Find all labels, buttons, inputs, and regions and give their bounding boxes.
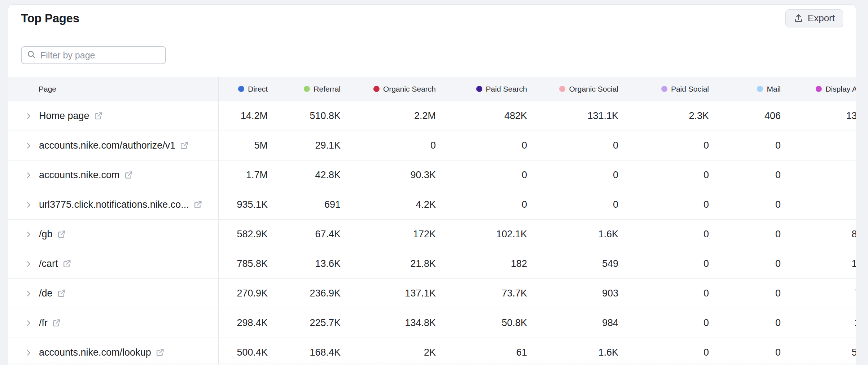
page-cell: accounts.nike.com/lookup — [8, 338, 219, 365]
metric-value: 0 — [618, 249, 709, 278]
metric-value: 21.8K — [341, 249, 436, 278]
column-header-direct[interactable]: Direct — [219, 77, 268, 101]
expand-chevron-icon[interactable] — [25, 142, 39, 150]
external-link-icon[interactable] — [124, 171, 133, 180]
expand-chevron-icon[interactable] — [25, 201, 39, 209]
metric-value: 1.4 — [781, 249, 856, 278]
metric-value: 29.1K — [268, 131, 341, 160]
metric-value: 0 — [709, 338, 781, 365]
metric-value: 0 — [618, 220, 709, 249]
page-name: /fr — [39, 317, 48, 329]
table-row[interactable]: url3775.click.notifications.nike.co... 9… — [8, 190, 856, 220]
table-row[interactable]: /de 270.9K236.9K137.1K73.7K9030073 — [8, 279, 856, 308]
top-pages-card: Top Pages Export Page Direct — [8, 5, 856, 365]
metric-value: 0 — [709, 308, 781, 338]
page-name: url3775.click.notifications.nike.co... — [39, 199, 189, 210]
expand-chevron-icon[interactable] — [25, 230, 39, 238]
column-header-paid-search[interactable]: Paid Search — [436, 77, 527, 101]
external-link-icon[interactable] — [57, 230, 66, 239]
external-link-icon[interactable] — [180, 141, 189, 150]
column-label: Display Ads — [825, 85, 856, 93]
metric-value: 0 — [618, 131, 709, 160]
column-label: Paid Social — [671, 85, 709, 93]
column-header-paid-social[interactable]: Paid Social — [618, 77, 709, 101]
external-link-icon[interactable] — [155, 348, 165, 357]
external-link-icon[interactable] — [57, 289, 66, 298]
column-label: Organic Search — [383, 85, 436, 93]
metric-value: 270.9K — [219, 279, 268, 308]
metric-value: 73 — [781, 279, 856, 308]
table-row[interactable]: accounts.nike.com 1.7M42.8K90.3K00000 — [8, 160, 856, 190]
metric-value: 482K — [436, 101, 527, 131]
column-header-mail[interactable]: Mail — [709, 77, 781, 101]
page-cell: Home page — [8, 101, 219, 131]
page-cell: /de — [8, 279, 219, 308]
page-cell: url3775.click.notifications.nike.co... — [8, 190, 219, 219]
search-icon — [27, 50, 36, 61]
metric-value: 5.1 — [781, 338, 856, 365]
table-row[interactable]: Home page 14.2M510.8K2.2M482K131.1K2.3K4… — [8, 101, 856, 131]
page-name: /gb — [39, 229, 53, 240]
column-header-referral[interactable]: Referral — [268, 77, 341, 101]
filter-input[interactable] — [40, 50, 160, 61]
metric-value: 0 — [709, 220, 781, 249]
metric-value: 61 — [436, 338, 527, 365]
export-upload-icon — [794, 13, 803, 23]
page-name: /cart — [39, 258, 58, 269]
filter-row — [8, 32, 856, 64]
metric-value: 0 — [527, 131, 618, 160]
table-row[interactable]: accounts.nike.com/authorize/v1 5M29.1K00… — [8, 131, 856, 160]
expand-chevron-icon[interactable] — [25, 290, 39, 298]
metric-value: 0 — [618, 190, 709, 219]
expand-chevron-icon[interactable] — [25, 319, 39, 327]
page-cell: accounts.nike.com — [8, 160, 219, 190]
external-link-icon[interactable] — [94, 111, 103, 120]
metric-value: 4.2K — [341, 190, 436, 219]
table-row[interactable]: /gb 582.9K67.4K172K102.1K1.6K008.6 — [8, 220, 856, 249]
metric-value: 935.1K — [219, 190, 268, 219]
column-header-page[interactable]: Page — [8, 77, 219, 101]
page-name: /de — [39, 288, 53, 299]
metric-value: 785.8K — [219, 249, 268, 278]
legend-dot-icon — [661, 86, 667, 92]
metric-value: 298.4K — [219, 308, 268, 338]
metric-value: 0 — [618, 160, 709, 190]
metric-value: 8.6 — [781, 220, 856, 249]
metric-value: 0 — [436, 131, 527, 160]
table-row[interactable]: /cart 785.8K13.6K21.8K182549001.4 — [8, 249, 856, 279]
page-name: accounts.nike.com — [39, 170, 120, 181]
metric-value: 0 — [709, 249, 781, 278]
page-cell: /cart — [8, 249, 219, 278]
metric-value: 42.8K — [268, 160, 341, 190]
external-link-icon[interactable] — [62, 259, 71, 268]
column-header-organic-social[interactable]: Organic Social — [527, 77, 618, 101]
metric-value: 0 — [709, 190, 781, 219]
filter-box — [21, 46, 166, 64]
column-header-organic-search[interactable]: Organic Search — [341, 77, 436, 101]
metric-value: 0 — [709, 279, 781, 308]
metric-value: 0 — [781, 131, 856, 160]
external-link-icon[interactable] — [52, 318, 61, 327]
table-row[interactable]: accounts.nike.com/lookup 500.4K168.4K2K6… — [8, 338, 856, 365]
metric-value: 549 — [527, 249, 618, 278]
external-link-icon[interactable] — [193, 200, 202, 209]
metric-value: 137.1K — [341, 279, 436, 308]
metric-value: 14.2M — [219, 101, 268, 131]
expand-chevron-icon[interactable] — [25, 112, 39, 120]
table-row[interactable]: /fr 298.4K225.7K134.8K50.8K9840019 — [8, 308, 856, 338]
expand-chevron-icon[interactable] — [25, 171, 39, 179]
metric-value: 0 — [781, 160, 856, 190]
expand-chevron-icon[interactable] — [25, 349, 39, 357]
column-header-display-ads[interactable]: Display Ads — [781, 77, 856, 101]
metric-value: 0 — [618, 338, 709, 365]
export-label: Export — [808, 13, 835, 24]
export-button[interactable]: Export — [785, 9, 843, 27]
legend-dot-icon — [559, 86, 565, 92]
table-header-row: Page Direct Referral Organic Search Paid… — [8, 77, 856, 101]
page-name: Home page — [39, 110, 89, 122]
page-cell: /gb — [8, 220, 219, 249]
metric-value: 168.4K — [268, 338, 341, 365]
card-header: Top Pages Export — [8, 5, 856, 32]
expand-chevron-icon[interactable] — [25, 260, 39, 268]
metric-value: 172K — [341, 220, 436, 249]
